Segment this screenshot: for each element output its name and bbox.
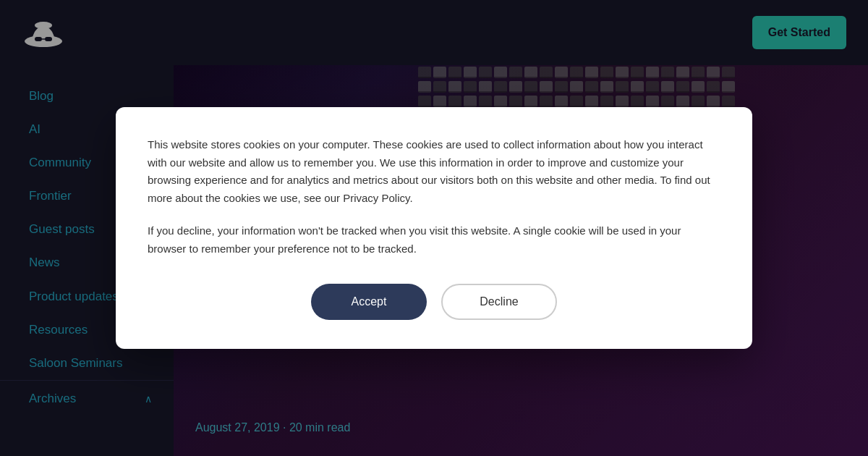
cookie-modal: This website stores cookies on your comp… bbox=[116, 107, 752, 350]
cookie-text-secondary: If you decline, your information won't b… bbox=[148, 222, 720, 258]
cookie-buttons: Accept Decline bbox=[148, 284, 720, 320]
cookie-text-primary: This website stores cookies on your comp… bbox=[148, 136, 720, 208]
modal-overlay: This website stores cookies on your comp… bbox=[0, 0, 868, 456]
accept-button[interactable]: Accept bbox=[311, 284, 427, 320]
decline-button[interactable]: Decline bbox=[441, 284, 557, 320]
